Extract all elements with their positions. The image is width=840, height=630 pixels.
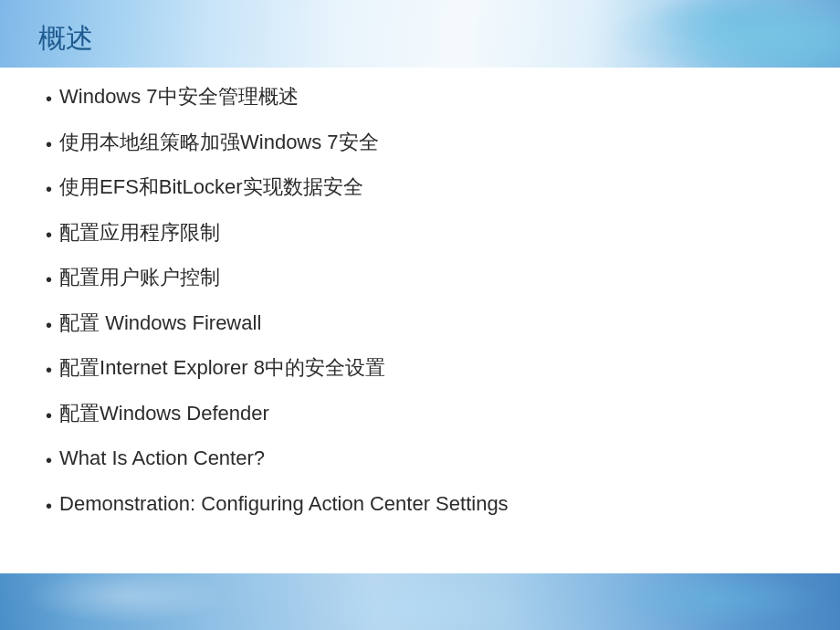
list-item: • 配置Windows Defender bbox=[46, 401, 794, 426]
bullet-icon: • bbox=[46, 135, 52, 153]
list-item: • 配置应用程序限制 bbox=[46, 220, 794, 246]
header-texture bbox=[504, 0, 840, 68]
bullet-text: 配置应用程序限制 bbox=[59, 220, 220, 246]
slide-header: 概述 bbox=[0, 0, 840, 68]
bullet-list: • Windows 7中安全管理概述 • 使用本地组策略加强Windows 7安… bbox=[46, 84, 794, 516]
slide-content: • Windows 7中安全管理概述 • 使用本地组策略加强Windows 7安… bbox=[0, 68, 840, 516]
bullet-text: Windows 7中安全管理概述 bbox=[59, 84, 299, 110]
list-item: • Demonstration: Configuring Action Cent… bbox=[46, 491, 794, 517]
list-item: • 使用EFS和BitLocker实现数据安全 bbox=[46, 174, 794, 200]
bullet-text: 配置用户账户控制 bbox=[59, 265, 220, 290]
bullet-icon: • bbox=[46, 226, 52, 244]
footer-texture bbox=[0, 573, 840, 630]
bullet-icon: • bbox=[46, 316, 52, 334]
slide-title: 概述 bbox=[38, 20, 93, 58]
bullet-text: 配置Internet Explorer 8中的安全设置 bbox=[59, 355, 385, 381]
bullet-text: 使用本地组策略加强Windows 7安全 bbox=[59, 130, 379, 155]
bullet-icon: • bbox=[46, 451, 52, 469]
slide-footer bbox=[0, 573, 840, 630]
bullet-icon: • bbox=[46, 89, 52, 108]
bullet-icon: • bbox=[46, 270, 52, 289]
list-item: • 配置Internet Explorer 8中的安全设置 bbox=[46, 355, 794, 381]
list-item: • What Is Action Center? bbox=[46, 446, 794, 471]
list-item: • 配置用户账户控制 bbox=[46, 265, 794, 290]
bullet-text: 使用EFS和BitLocker实现数据安全 bbox=[59, 174, 363, 200]
bullet-icon: • bbox=[46, 180, 52, 198]
bullet-icon: • bbox=[46, 497, 52, 515]
bullet-text: What Is Action Center? bbox=[59, 446, 265, 471]
bullet-text: Demonstration: Configuring Action Center… bbox=[59, 491, 509, 517]
list-item: • 配置 Windows Firewall bbox=[46, 310, 794, 336]
list-item: • Windows 7中安全管理概述 bbox=[46, 84, 794, 110]
bullet-text: 配置 Windows Firewall bbox=[59, 310, 261, 336]
list-item: • 使用本地组策略加强Windows 7安全 bbox=[46, 130, 794, 155]
bullet-icon: • bbox=[46, 361, 52, 379]
bullet-text: 配置Windows Defender bbox=[59, 401, 269, 426]
presentation-slide: 概述 • Windows 7中安全管理概述 • 使用本地组策略加强Windows… bbox=[0, 0, 840, 630]
bullet-icon: • bbox=[46, 406, 52, 425]
